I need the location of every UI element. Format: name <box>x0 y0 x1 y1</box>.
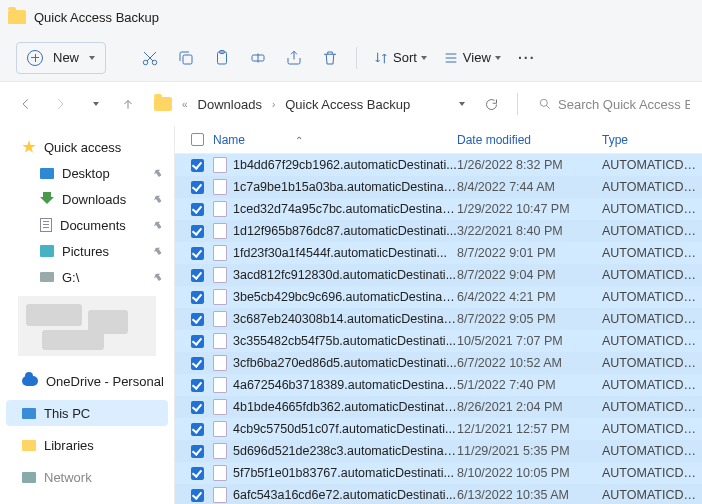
table-row[interactable]: 1d12f965b876dc87.automaticDestinati...3/… <box>175 220 702 242</box>
row-checkbox[interactable] <box>185 423 209 436</box>
file-name: 3c355482cb54f75b.automaticDestinati... <box>233 334 456 348</box>
file-icon <box>213 443 227 459</box>
table-row[interactable]: 5d696d521de238c3.automaticDestinati...11… <box>175 440 702 462</box>
address-bar[interactable]: « Downloads › Quick Access Backup <box>148 88 471 120</box>
file-date: 11/29/2021 5:35 PM <box>457 444 602 458</box>
row-checkbox[interactable] <box>185 379 209 392</box>
file-date: 10/5/2021 7:07 PM <box>457 334 602 348</box>
breadcrumb-segment[interactable]: Downloads <box>198 97 262 112</box>
sidebar-item-documents[interactable]: Documents <box>0 212 174 238</box>
file-icon <box>213 421 227 437</box>
row-checkbox[interactable] <box>185 225 209 238</box>
sidebar-item-drive-g[interactable]: G:\ <box>0 264 174 290</box>
row-checkbox[interactable] <box>185 335 209 348</box>
file-type: AUTOMATICDESTI... <box>602 400 702 414</box>
title-bar: Quick Access Backup <box>0 0 702 34</box>
documents-icon <box>40 218 52 232</box>
chevron-down-icon <box>495 56 501 60</box>
table-row[interactable]: 1c7a9be1b15a03ba.automaticDestinati...8/… <box>175 176 702 198</box>
view-button[interactable]: View <box>437 42 507 74</box>
file-date: 6/7/2022 10:52 AM <box>457 356 602 370</box>
row-checkbox[interactable] <box>185 313 209 326</box>
table-row[interactable]: 4b1bde4665fdb362.automaticDestinati...8/… <box>175 396 702 418</box>
table-row[interactable]: 3acd812fc912830d.automaticDestinati...8/… <box>175 264 702 286</box>
divider <box>356 47 357 69</box>
sidebar-item-network[interactable]: Network <box>0 464 174 490</box>
paste-button[interactable] <box>206 42 238 74</box>
column-type[interactable]: Type <box>602 133 702 147</box>
table-row[interactable]: 4cb9c5750d51c07f.automaticDestinati...12… <box>175 418 702 440</box>
sidebar-item-downloads[interactable]: Downloads <box>0 186 174 212</box>
table-row[interactable]: 6afc543a16cd6e72.automaticDestinati...6/… <box>175 484 702 504</box>
table-row[interactable]: 5f7b5f1e01b83767.automaticDestinati...8/… <box>175 462 702 484</box>
more-button[interactable]: ··· <box>511 42 543 74</box>
breadcrumb-segment[interactable]: Quick Access Backup <box>285 97 410 112</box>
sidebar-item-pictures[interactable]: Pictures <box>0 238 174 264</box>
row-checkbox[interactable] <box>185 203 209 216</box>
sidebar-item-this-pc[interactable]: This PC <box>6 400 168 426</box>
recent-locations-button[interactable] <box>80 90 108 118</box>
column-headers: Name⌃ Date modified Type <box>175 126 702 154</box>
file-icon <box>213 179 227 195</box>
file-type: AUTOMATICDESTI... <box>602 312 702 326</box>
file-type: AUTOMATICDESTI... <box>602 180 702 194</box>
file-type: AUTOMATICDESTI... <box>602 356 702 370</box>
row-checkbox[interactable] <box>185 401 209 414</box>
table-row[interactable]: 3c687eb240308b14.automaticDestinati...8/… <box>175 308 702 330</box>
chevron-down-icon <box>421 56 427 60</box>
table-row[interactable]: 1ced32d74a95c7bc.automaticDestinati...1/… <box>175 198 702 220</box>
file-name: 6afc543a16cd6e72.automaticDestinati... <box>233 488 456 502</box>
row-checkbox[interactable] <box>185 489 209 502</box>
file-type: AUTOMATICDESTI... <box>602 158 702 172</box>
sort-button[interactable]: Sort <box>367 42 433 74</box>
refresh-button[interactable] <box>477 90 505 118</box>
forward-button[interactable] <box>46 90 74 118</box>
file-date: 8/10/2022 10:05 PM <box>457 466 602 480</box>
row-checkbox[interactable] <box>185 269 209 282</box>
share-button[interactable] <box>278 42 310 74</box>
file-name: 1b4dd67f29cb1962.automaticDestinati... <box>233 158 457 172</box>
row-checkbox[interactable] <box>185 159 209 172</box>
chevron-down-icon[interactable] <box>459 102 465 106</box>
cut-button[interactable] <box>134 42 166 74</box>
row-checkbox[interactable] <box>185 291 209 304</box>
table-row[interactable]: 3be5cb429bc9c696.automaticDestinati...6/… <box>175 286 702 308</box>
pc-icon <box>22 408 36 419</box>
row-checkbox[interactable] <box>185 357 209 370</box>
column-date[interactable]: Date modified <box>457 133 602 147</box>
back-button[interactable] <box>12 90 40 118</box>
sidebar-item-onedrive[interactable]: OneDrive - Personal <box>0 368 174 394</box>
sidebar-item-libraries[interactable]: Libraries <box>0 432 174 458</box>
file-icon <box>213 289 227 305</box>
row-checkbox[interactable] <box>185 467 209 480</box>
delete-button[interactable] <box>314 42 346 74</box>
row-checkbox[interactable] <box>185 181 209 194</box>
table-row[interactable]: 1b4dd67f29cb1962.automaticDestinati...1/… <box>175 154 702 176</box>
table-row[interactable]: 1fd23f30a1f4544f.automaticDestinati...8/… <box>175 242 702 264</box>
svg-rect-2 <box>183 55 192 64</box>
sidebar-item-desktop[interactable]: Desktop <box>0 160 174 186</box>
sidebar-item-quick-access[interactable]: Quick access <box>0 134 174 160</box>
file-rows: 1b4dd67f29cb1962.automaticDestinati...1/… <box>175 154 702 504</box>
table-row[interactable]: 3cfb6ba270ed86d5.automaticDestinati...6/… <box>175 352 702 374</box>
table-row[interactable]: 3c355482cb54f75b.automaticDestinati...10… <box>175 330 702 352</box>
row-checkbox[interactable] <box>185 445 209 458</box>
file-date: 8/7/2022 9:05 PM <box>457 312 602 326</box>
row-checkbox[interactable] <box>185 247 209 260</box>
up-button[interactable] <box>114 90 142 118</box>
copy-button[interactable] <box>170 42 202 74</box>
new-button[interactable]: New <box>16 42 106 74</box>
select-all-checkbox[interactable] <box>185 133 209 146</box>
file-icon <box>213 311 227 327</box>
command-bar: New Sort View ··· <box>0 34 702 82</box>
table-row[interactable]: 4a672546b3718389.automaticDestinati...5/… <box>175 374 702 396</box>
column-name[interactable]: Name⌃ <box>209 133 457 147</box>
file-name: 3acd812fc912830d.automaticDestinati... <box>233 268 456 282</box>
rename-button[interactable] <box>242 42 274 74</box>
file-name: 3c687eb240308b14.automaticDestinati... <box>233 312 457 326</box>
file-icon <box>213 201 227 217</box>
file-date: 6/13/2022 10:35 AM <box>457 488 602 502</box>
search-input[interactable]: Search Quick Access Backup <box>530 88 690 120</box>
file-icon <box>213 157 227 173</box>
star-icon <box>22 140 36 154</box>
